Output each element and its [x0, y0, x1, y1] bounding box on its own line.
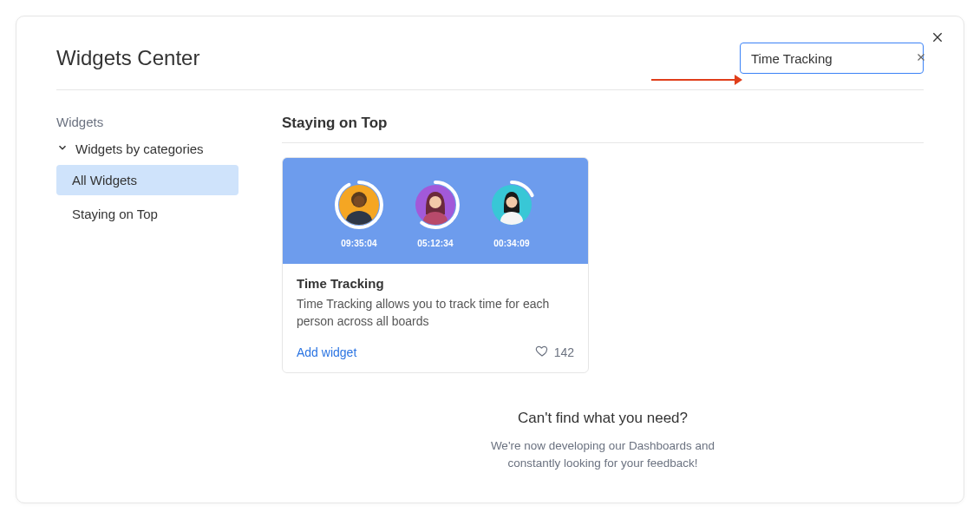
sidebar: Widgets Widgets by categories All Widget… — [56, 115, 238, 473]
widgets-center-modal: Widgets Center Widgets Widgets by catego… — [16, 16, 964, 503]
sidebar-heading: Widgets — [56, 115, 238, 129]
avatar-ring — [334, 180, 384, 230]
chevron-down-icon — [56, 141, 69, 156]
avatar-ring — [410, 180, 461, 230]
feedback-cta: Can't find what you need? We're now deve… — [282, 410, 924, 473]
preview-person: 05:12:34 — [410, 180, 461, 248]
sidebar-expand-label: Widgets by categories — [75, 141, 204, 156]
time-label: 00:34:09 — [493, 239, 530, 248]
main: Staying on Top 09:35:04 — [282, 115, 924, 473]
clear-search-button[interactable] — [916, 50, 926, 66]
time-label: 05:12:34 — [417, 239, 454, 248]
header: Widgets Center — [56, 43, 924, 90]
widget-description: Time Tracking allows you to track time f… — [297, 296, 574, 330]
preview-person: 00:34:09 — [487, 180, 537, 248]
heart-icon — [535, 344, 549, 360]
section-title: Staying on Top — [282, 115, 924, 143]
likes[interactable]: 142 — [535, 344, 574, 360]
widget-info: Time Tracking Time Tracking allows you t… — [283, 264, 588, 338]
likes-count: 142 — [554, 345, 574, 359]
body: Widgets Widgets by categories All Widget… — [56, 115, 924, 473]
x-icon — [916, 50, 926, 66]
svg-point-4 — [346, 211, 372, 225]
avatar-ring — [487, 180, 537, 230]
widget-footer: Add widget 142 — [283, 338, 588, 372]
svg-point-8 — [429, 196, 441, 208]
avatar-icon — [492, 185, 532, 225]
sidebar-item-label: All Widgets — [72, 173, 137, 187]
add-widget-button[interactable]: Add widget — [297, 345, 356, 359]
page-title: Widgets Center — [56, 46, 199, 70]
widget-card-time-tracking[interactable]: 09:35:04 05:12:34 — [282, 157, 589, 373]
preview-person: 09:35:04 — [334, 180, 384, 248]
close-icon — [931, 30, 944, 48]
svg-point-11 — [506, 196, 518, 207]
avatar-icon — [415, 185, 455, 225]
cta-title: Can't find what you need? — [282, 410, 924, 427]
sidebar-item-all-widgets[interactable]: All Widgets — [56, 165, 238, 195]
avatar-icon — [339, 185, 379, 225]
sidebar-item-label: Staying on Top — [72, 207, 158, 221]
sidebar-item-staying-on-top[interactable]: Staying on Top — [56, 199, 238, 229]
widget-preview: 09:35:04 05:12:34 — [283, 158, 588, 264]
widget-title: Time Tracking — [297, 276, 574, 291]
time-label: 09:35:04 — [341, 239, 377, 248]
search-input[interactable] — [751, 51, 916, 66]
cta-subtext: We're now developing our Dashboards and … — [282, 437, 924, 473]
sidebar-expand-toggle[interactable]: Widgets by categories — [56, 141, 238, 156]
svg-point-10 — [500, 212, 523, 225]
search-input-wrap[interactable] — [740, 43, 924, 74]
sidebar-list: All Widgets Staying on Top — [56, 165, 238, 229]
close-button[interactable] — [927, 29, 948, 49]
svg-point-5 — [354, 195, 365, 207]
